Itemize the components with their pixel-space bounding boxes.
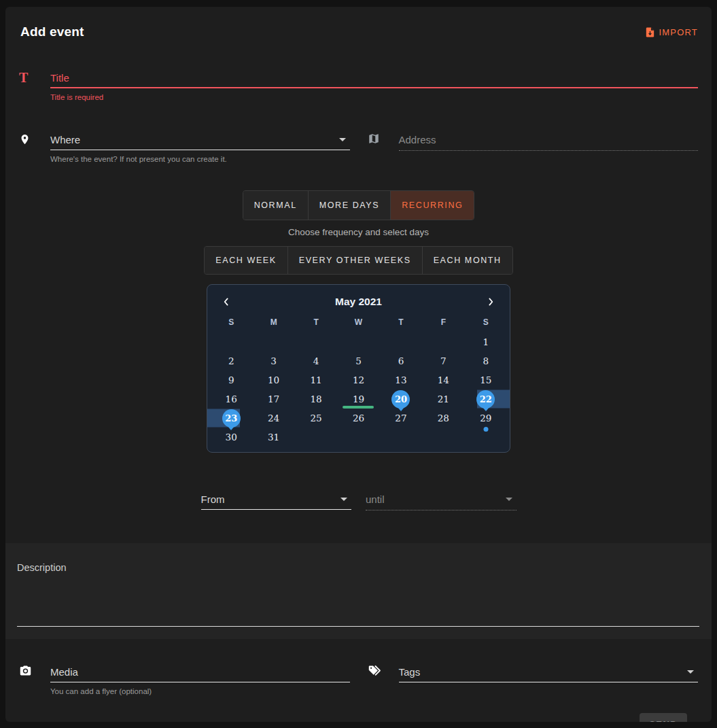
calendar-day-23[interactable]: 23 (210, 409, 252, 428)
title-input[interactable]: Title (50, 69, 698, 86)
day-number: 6 (398, 356, 404, 366)
from-select[interactable]: From (201, 491, 352, 507)
selected-day-balloon: 23 (222, 409, 241, 428)
calendar-day-28[interactable]: 28 (422, 409, 464, 428)
chevron-down-icon (687, 670, 694, 674)
event-dot (483, 427, 488, 432)
camera-icon (19, 663, 37, 676)
calendar-next-button[interactable] (483, 294, 499, 310)
calendar-day-31[interactable]: 31 (252, 428, 294, 447)
tab-recurring[interactable]: RECURRING (391, 191, 474, 220)
calendar-day-3[interactable]: 3 (252, 351, 294, 370)
tab-more-days[interactable]: MORE DAYS (309, 191, 391, 220)
day-number: 2 (228, 356, 234, 366)
calendar-day-12[interactable]: 12 (337, 370, 379, 389)
add-event-dialog: Add event IMPORT T Title Title i (5, 7, 712, 722)
title-field-row: T Title Title is required (19, 69, 698, 101)
media-input[interactable]: Media (50, 663, 350, 680)
frequency-hint-text: Choose frequency and select days (19, 227, 698, 237)
day-number: 3 (270, 356, 277, 366)
calendar-day-2[interactable]: 2 (210, 351, 252, 370)
address-input[interactable]: Address (399, 131, 699, 148)
day-number: 16 (226, 394, 237, 404)
title-underline (50, 87, 698, 88)
send-button[interactable]: SEND (640, 713, 687, 722)
day-number: 17 (268, 394, 279, 404)
tags-select[interactable]: Tags (399, 663, 699, 680)
calendar-prev-button[interactable] (218, 294, 234, 310)
frequency-each-month[interactable]: EACH MONTH (423, 247, 512, 274)
address-underline (399, 150, 699, 151)
from-field: From (201, 491, 352, 510)
calendar-day-empty (295, 332, 337, 351)
weekday-label: T (380, 315, 422, 332)
calendar-day-19[interactable]: 19 (337, 389, 379, 409)
calendar-day-empty (380, 332, 422, 351)
location-pin-icon (19, 131, 37, 146)
day-number: 15 (480, 375, 491, 385)
calendar-day-empty (337, 332, 379, 351)
calendar-day-9[interactable]: 9 (210, 370, 252, 389)
calendar-day-1[interactable]: 1 (465, 332, 507, 351)
chevron-right-icon (485, 296, 496, 307)
calendar-month-label: May 2021 (335, 296, 382, 308)
from-underline (201, 509, 352, 510)
calendar-day-16[interactable]: 16 (210, 389, 252, 409)
map-icon (368, 131, 385, 145)
weekday-label: W (337, 315, 379, 332)
where-underline (50, 150, 350, 150)
day-number: 8 (483, 356, 489, 366)
calendar-day-empty (422, 332, 464, 351)
calendar-day-13[interactable]: 13 (380, 370, 422, 389)
day-number: 10 (268, 375, 279, 385)
calendar-day-5[interactable]: 5 (337, 351, 379, 370)
day-number: 28 (438, 413, 449, 423)
dialog-header: Add event IMPORT (5, 7, 712, 39)
import-button[interactable]: IMPORT (644, 27, 698, 38)
day-number: 12 (353, 375, 364, 385)
media-helper-text: You can add a flyer (optional) (50, 687, 350, 695)
calendar-day-17[interactable]: 17 (252, 389, 294, 409)
frequency-every-other-weeks[interactable]: EVERY OTHER WEEKS (288, 247, 423, 274)
page-title: Add event (20, 24, 84, 39)
calendar-day-11[interactable]: 11 (295, 370, 337, 389)
where-placeholder: Where (50, 134, 80, 145)
calendar-day-21[interactable]: 21 (422, 389, 464, 409)
file-import-icon (644, 27, 656, 38)
calendar-day-7[interactable]: 7 (422, 351, 464, 370)
calendar-day-15[interactable]: 15 (465, 370, 507, 389)
description-textarea[interactable] (17, 573, 700, 621)
calendar-day-29[interactable]: 29 (465, 409, 507, 428)
from-placeholder: From (201, 493, 225, 505)
weekday-label: S (210, 315, 252, 332)
calendar-day-empty (210, 332, 252, 351)
calendar-day-empty (252, 332, 294, 351)
calendar-day-30[interactable]: 30 (210, 428, 252, 447)
media-field-row: Media You can add a flyer (optional) (19, 663, 350, 695)
calendar-day-25[interactable]: 25 (295, 409, 337, 428)
day-number: 21 (438, 394, 449, 404)
calendar-day-20[interactable]: 20 (380, 389, 422, 409)
calendar-day-24[interactable]: 24 (252, 409, 294, 428)
where-select[interactable]: Where (50, 131, 350, 148)
calendar-day-14[interactable]: 14 (422, 370, 464, 389)
event-type-tabs: NORMALMORE DAYSRECURRING (243, 190, 475, 220)
calendar-day-8[interactable]: 8 (465, 351, 507, 370)
chevron-down-icon (506, 498, 512, 501)
day-number: 24 (268, 413, 279, 423)
until-underline (366, 510, 517, 510)
calendar-day-6[interactable]: 6 (380, 351, 422, 370)
calendar-day-27[interactable]: 27 (380, 409, 422, 428)
tab-normal[interactable]: NORMAL (243, 191, 309, 220)
frequency-each-week[interactable]: EACH WEEK (205, 247, 287, 274)
calendar-day-26[interactable]: 26 (337, 409, 379, 428)
day-number: 18 (310, 394, 321, 404)
calendar-day-empty (337, 428, 379, 447)
weekday-label: T (295, 315, 337, 332)
calendar-day-18[interactable]: 18 (295, 389, 337, 409)
day-number: 13 (395, 375, 406, 385)
calendar-day-22[interactable]: 22 (465, 389, 507, 409)
calendar-day-4[interactable]: 4 (295, 351, 337, 370)
calendar-day-10[interactable]: 10 (252, 370, 294, 389)
until-select[interactable]: until (366, 491, 517, 507)
